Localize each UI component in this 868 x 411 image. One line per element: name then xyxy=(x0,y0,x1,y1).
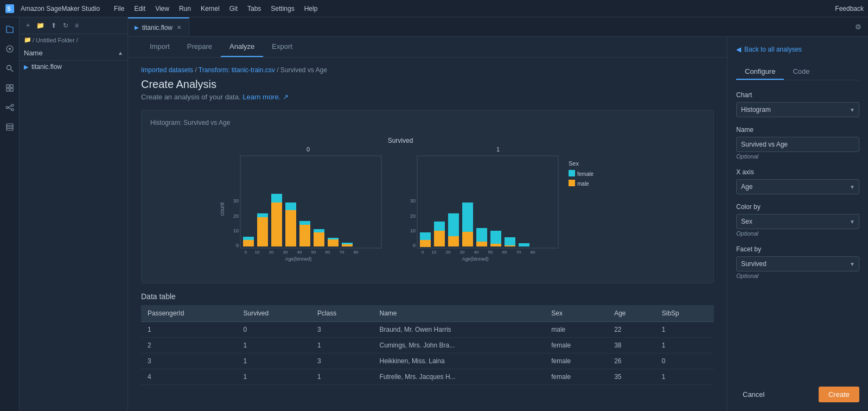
sidebar-icon-files[interactable] xyxy=(2,22,17,37)
facetby-select-wrapper: Survived Sex Pclass ▼ xyxy=(736,256,859,271)
new-file-button[interactable]: + xyxy=(24,21,32,30)
cell-sex: female xyxy=(545,353,608,369)
feedback-button[interactable]: Feedback xyxy=(835,5,864,12)
svg-point-12 xyxy=(11,109,14,111)
svg-text:0: 0 xyxy=(307,146,310,153)
svg-point-11 xyxy=(11,104,14,106)
svg-rect-34 xyxy=(285,203,296,210)
tab-code[interactable]: Code xyxy=(784,64,818,80)
breadcrumb-transform[interactable]: Transform: titanic-train.csv xyxy=(199,66,275,74)
menu-tabs[interactable]: Tabs xyxy=(243,3,265,15)
menu-help[interactable]: Help xyxy=(300,3,322,15)
refresh-button[interactable]: ↻ xyxy=(61,21,71,30)
main-panel: Import Prepare Analyze Export Imported d… xyxy=(128,37,727,411)
page-content: Imported datasets / Transform: titanic-t… xyxy=(128,58,727,402)
breadcrumb-imported[interactable]: Imported datasets xyxy=(141,66,193,74)
cell-survived: 1 xyxy=(237,338,310,353)
subnav-prepare[interactable]: Prepare xyxy=(178,37,221,57)
xaxis-select[interactable]: Age Pclass SibSp Fare xyxy=(736,179,859,194)
chart-select[interactable]: Histogram Bar Chart Scatter Line xyxy=(736,102,859,117)
left-sidebar xyxy=(0,17,20,411)
cell-pclass: 3 xyxy=(311,322,373,338)
tab-settings-icon[interactable]: ⚙ xyxy=(848,23,868,31)
svg-text:40: 40 xyxy=(474,250,479,255)
folder-breadcrumb: 📁 / Untitled Folder / xyxy=(20,34,127,46)
learn-more-link[interactable]: Learn more. ↗ xyxy=(242,93,289,101)
colorby-select[interactable]: Sex Survived Pclass xyxy=(736,214,859,229)
create-button[interactable]: Create xyxy=(819,387,859,402)
col-header-name: Name xyxy=(373,305,545,322)
upload-button[interactable]: ⬆ xyxy=(49,21,59,30)
filter-button[interactable]: ≡ xyxy=(73,21,81,30)
svg-text:20: 20 xyxy=(233,213,239,219)
facetby-select[interactable]: Survived Sex Pclass xyxy=(736,256,859,271)
svg-text:10: 10 xyxy=(233,228,239,233)
right-panel: ◀ Back to all analyses Configure Code Ch… xyxy=(727,37,868,411)
cell-sibsp: 0 xyxy=(655,353,714,369)
svg-text:Age(binned): Age(binned) xyxy=(285,256,311,262)
page-subtitle: Create an analysis of your data. Learn m… xyxy=(141,93,714,101)
sub-nav: Import Prepare Analyze Export xyxy=(128,37,727,58)
svg-text:50: 50 xyxy=(488,250,493,255)
chart-label: Chart xyxy=(736,91,859,99)
tab-configure[interactable]: Configure xyxy=(736,64,784,80)
file-panel-title-bar: Name ▲ xyxy=(20,46,127,61)
svg-text:0: 0 xyxy=(236,243,239,248)
chart-container-title: Histogram: Survived vs Age xyxy=(150,119,705,127)
sidebar-icon-home[interactable] xyxy=(2,41,17,56)
sort-icon[interactable]: ▲ xyxy=(118,50,123,56)
svg-line-14 xyxy=(8,108,11,110)
svg-text:70: 70 xyxy=(340,250,344,255)
file-panel-name-header: Name xyxy=(24,49,43,57)
xaxis-select-wrapper: Age Pclass SibSp Fare ▼ xyxy=(736,179,859,194)
svg-rect-7 xyxy=(10,85,13,87)
svg-text:count: count xyxy=(219,203,225,216)
sidebar-icon-layers[interactable] xyxy=(2,119,17,135)
sidebar-icon-extensions[interactable] xyxy=(2,80,17,96)
menu-file[interactable]: File xyxy=(110,3,129,15)
cell-age: 35 xyxy=(608,369,655,385)
svg-text:80: 80 xyxy=(354,250,359,255)
svg-rect-41 xyxy=(342,244,353,246)
svg-text:Age(binned): Age(binned) xyxy=(462,256,488,262)
new-folder-button[interactable]: 📁 xyxy=(34,21,47,30)
svg-text:20: 20 xyxy=(410,213,416,219)
subnav-export[interactable]: Export xyxy=(263,37,301,57)
content-area: ▶ titanic.flow ✕ ⚙ Import Prepare Analyz… xyxy=(128,17,868,411)
menu-settings[interactable]: Settings xyxy=(266,3,298,15)
cancel-button[interactable]: Cancel xyxy=(736,387,771,402)
data-table: PassengerId Survived Pclass Name Sex Age… xyxy=(141,305,714,385)
back-to-analyses-link[interactable]: ◀ Back to all analyses xyxy=(736,46,859,53)
xaxis-label: X axis xyxy=(736,168,859,176)
file-item-titanic[interactable]: ▶ titanic.flow xyxy=(20,61,127,73)
svg-line-13 xyxy=(8,106,11,108)
svg-rect-63 xyxy=(448,236,459,246)
tab-flow-icon: ▶ xyxy=(135,24,139,30)
cell-survived: 0 xyxy=(237,322,310,338)
table-row: 4 1 1 Futrelle, Mrs. Jacques H... female… xyxy=(141,369,714,385)
menu-view[interactable]: View xyxy=(151,3,174,15)
sidebar-icon-search[interactable] xyxy=(2,61,17,76)
svg-text:10: 10 xyxy=(410,228,416,233)
svg-rect-42 xyxy=(342,243,353,244)
cell-pclass: 1 xyxy=(311,338,373,353)
tab-close-button[interactable]: ✕ xyxy=(176,23,182,31)
subnav-import[interactable]: Import xyxy=(141,37,178,57)
file-item-name: titanic.flow xyxy=(31,63,62,71)
col-header-survived: Survived xyxy=(237,305,310,322)
tab-titanic-flow[interactable]: ▶ titanic.flow ✕ xyxy=(128,17,189,36)
menu-kernel[interactable]: Kernel xyxy=(196,3,224,15)
menu-edit[interactable]: Edit xyxy=(130,3,150,15)
svg-text:30: 30 xyxy=(460,250,465,255)
svg-rect-27 xyxy=(243,240,254,246)
sidebar-icon-topology[interactable] xyxy=(2,100,17,115)
svg-text:10: 10 xyxy=(432,250,437,255)
svg-text:70: 70 xyxy=(516,250,521,255)
svg-rect-69 xyxy=(490,244,501,246)
svg-rect-29 xyxy=(257,217,268,246)
subnav-analyze[interactable]: Analyze xyxy=(221,37,263,57)
menu-run[interactable]: Run xyxy=(175,3,195,15)
menu-git[interactable]: Git xyxy=(225,3,242,15)
chart-select-wrapper: Histogram Bar Chart Scatter Line ▼ xyxy=(736,102,859,117)
name-input[interactable] xyxy=(736,137,859,152)
